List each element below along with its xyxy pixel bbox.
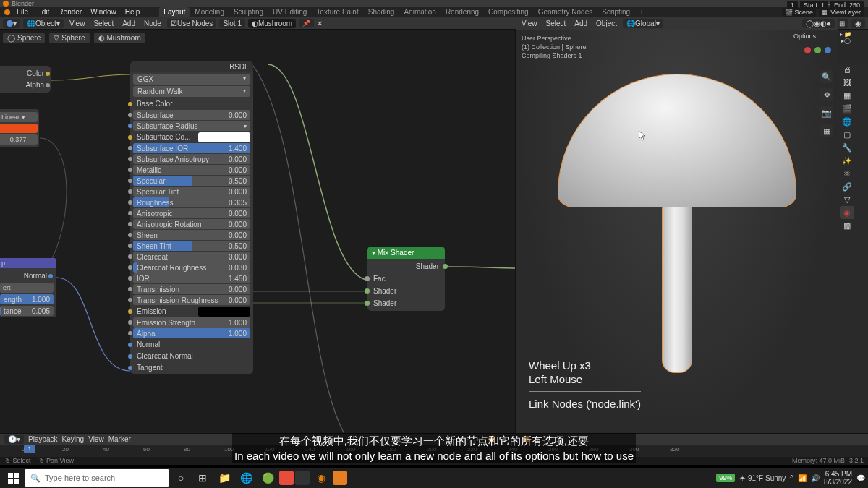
bsdf-transmission[interactable]: Transmission0.000 (133, 284, 250, 294)
node-partial-left[interactable]: Color Alpha (0, 66, 51, 93)
volume-icon[interactable]: 🔊 (811, 474, 820, 482)
bsdf-emission-strength[interactable]: Emission Strength1.000 (133, 317, 250, 328)
strength-slider[interactable]: ength1.000 (0, 294, 54, 304)
menu-file[interactable]: File (13, 8, 32, 16)
battery-status[interactable]: 99% (716, 474, 735, 482)
bsdf-alpha[interactable]: Alpha1.000 (133, 328, 250, 338)
bsdf-metallic[interactable]: Metallic0.000 (133, 165, 250, 175)
node-view-menu[interactable]: View (67, 20, 88, 27)
weather-widget[interactable]: ☀ 91°F Sunny (739, 474, 786, 482)
mix-fac-input[interactable]: Fac (367, 273, 445, 285)
workspace-tab-rendering[interactable]: Rendering (441, 7, 483, 17)
vp-select-menu[interactable]: Select (543, 20, 569, 27)
z-axis-icon[interactable] (825, 47, 831, 53)
chrome-icon[interactable]: 🟢 (258, 469, 278, 487)
bsdf-anisotropic-rotation[interactable]: Anisotropic Rotation0.000 (133, 219, 250, 229)
node-select-menu[interactable]: Select (90, 20, 116, 27)
perspective-icon[interactable]: ▦ (820, 124, 833, 137)
vp-object-menu[interactable]: Object (593, 20, 620, 27)
bsdf-anisotropic[interactable]: Anisotropic0.000 (133, 208, 250, 218)
y-axis-icon[interactable] (814, 47, 821, 53)
bsdf-emission[interactable]: Emission (133, 306, 250, 317)
render-tab-icon[interactable]: 🖨 (840, 63, 854, 76)
output-tab-icon[interactable]: 🖼 (840, 76, 854, 89)
distance-slider[interactable]: tance0.005 (0, 306, 54, 316)
texture-tab-icon[interactable]: ▩ (840, 219, 854, 232)
world-tab-icon[interactable]: 🌐 (840, 115, 854, 128)
bsdf-sheen-tint[interactable]: Sheen Tint0.500 (133, 241, 250, 251)
subsurface-method-dropdown[interactable]: Random Walk (133, 86, 250, 97)
particle-tab-icon[interactable]: ✨ (840, 154, 854, 167)
editor-type-dropdown[interactable]: ▾ (3, 19, 20, 28)
object-tab-icon[interactable]: ▢ (840, 128, 854, 141)
bsdf-clearcoat[interactable]: Clearcoat0.000 (133, 252, 250, 262)
bsdf-subsurface-radius[interactable]: Subsurface Radius (133, 121, 250, 131)
workspace-tab-sculpting[interactable]: Sculpting (229, 7, 268, 17)
clock[interactable]: 6:45 PM 8/3/2022 (824, 470, 852, 486)
use-nodes-checkbox[interactable]: ☑ Use Nodes (167, 19, 216, 28)
outliner[interactable]: ▸ 📁 ▸◯ (838, 30, 868, 61)
workspace-tab-texture-paint[interactable]: Texture Paint (312, 7, 362, 17)
distribution-dropdown[interactable]: GGX (133, 74, 250, 85)
bsdf-specular[interactable]: Specular0.500 (133, 176, 250, 186)
explorer-icon[interactable]: 📁 (214, 469, 234, 487)
options-dropdown[interactable]: Options (793, 33, 816, 40)
vp-add-menu[interactable]: Add (571, 20, 590, 27)
physics-tab-icon[interactable]: ⚛ (840, 167, 854, 180)
workspace-tab-uv-editing[interactable]: UV Editing (268, 7, 311, 17)
bsdf-sheen[interactable]: Sheen0.000 (133, 230, 250, 240)
bsdf-subsurface-co-[interactable]: Subsurface Co... (133, 132, 250, 142)
workspace-tab-compositing[interactable]: Compositing (484, 7, 533, 17)
start-button[interactable] (3, 469, 23, 487)
workspace-tab-animation[interactable]: Animation (399, 7, 440, 17)
scene-tab-icon[interactable]: 🎬 (840, 102, 854, 115)
keying-menu[interactable]: Keying (62, 435, 85, 443)
workspace-tab-geometry-nodes[interactable]: Geometry Nodes (534, 7, 597, 17)
material-selector[interactable]: ◐ Mushroom (248, 19, 296, 28)
node-node-menu[interactable]: Node (141, 20, 164, 27)
menu-edit[interactable]: Edit (33, 8, 53, 16)
bsdf-roughness[interactable]: Roughness0.305 (133, 197, 250, 207)
app-icon-1[interactable] (279, 471, 294, 485)
workspace-tab-shading[interactable]: Shading (364, 7, 399, 17)
bsdf-subsurface[interactable]: Subsurface0.000 (133, 110, 250, 120)
color-swatch[interactable] (0, 124, 38, 133)
timeline-editor-dropdown[interactable]: 🕐▾ (4, 435, 24, 444)
node-small-left[interactable]: Linear ▾ 0.377 (0, 109, 39, 147)
shading-mode-buttons[interactable]: ◯◉◐● (802, 19, 835, 28)
normal-map-node[interactable]: p Normal ert ength1.000 tance0.005 (0, 258, 56, 317)
space-dropdown[interactable]: ert (0, 283, 54, 293)
taskview-icon[interactable]: ⊞ (192, 469, 213, 487)
app-icon-2[interactable] (295, 471, 310, 485)
data-tab-icon[interactable]: ▽ (840, 193, 854, 206)
node-add-menu[interactable]: Add (119, 20, 138, 27)
bc-material[interactable]: ◐Mushroom (94, 33, 145, 43)
bsdf-subsurface-ior[interactable]: Subsurface IOR1.400 (133, 143, 250, 153)
bc-object[interactable]: ◯Sphere (3, 33, 45, 43)
shader-type-world-object[interactable]: 🌐 Object ▾ (23, 19, 64, 28)
cortana-icon[interactable]: ○ (171, 469, 191, 487)
mix-shader-node[interactable]: ▾ Mix Shader Shader Fac Shader Shader (367, 247, 445, 311)
material-tab-icon[interactable]: ◉ (840, 206, 854, 219)
slot-dropdown[interactable]: Slot 1 (219, 19, 245, 28)
orientation-dropdown[interactable]: 🌐 Global ▾ (623, 19, 663, 28)
move-icon[interactable]: ✥ (820, 88, 833, 101)
value-field[interactable]: 0.377 (0, 134, 38, 145)
menu-window[interactable]: Window (87, 8, 120, 16)
vp-view-menu[interactable]: View (519, 20, 540, 27)
bc-mesh[interactable]: ▽Sphere (49, 33, 89, 43)
start-frame[interactable]: Start 1 (800, 1, 828, 9)
close-material-icon[interactable]: ✕ (317, 20, 323, 27)
3d-viewport[interactable]: View Select Add Object 🌐 Global ▾ ◯◉◐● O… (515, 30, 838, 433)
mix-shader1-input[interactable]: Shader (367, 285, 445, 297)
bsdf-clearcoat-roughness[interactable]: Clearcoat Roughness0.030 (133, 262, 250, 273)
workspace-tab-modeling[interactable]: Modeling (190, 7, 229, 17)
menu-render[interactable]: Render (54, 8, 85, 16)
x-axis-icon[interactable] (804, 47, 811, 53)
wifi-icon[interactable]: 📶 (798, 474, 807, 482)
bsdf-specular-tint[interactable]: Specular Tint0.000 (133, 187, 250, 197)
blender-taskbar-icon[interactable]: ◉ (311, 469, 331, 487)
bsdf-subsurface-anisotropy[interactable]: Subsurface Anisotropy0.000 (133, 154, 250, 164)
app-icon-3[interactable] (333, 471, 347, 485)
notifications-icon[interactable]: 💬 (856, 474, 865, 482)
